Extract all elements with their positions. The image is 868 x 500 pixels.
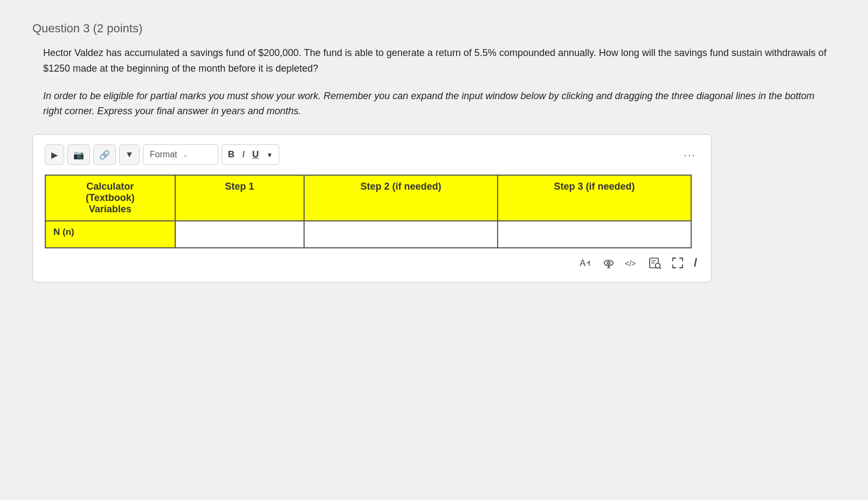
- camera-icon: 📷: [73, 150, 84, 160]
- col-header-step3: Step 3 (if needed): [498, 175, 691, 221]
- link-icon: 🔗: [99, 150, 110, 160]
- search-replace-icon[interactable]: [649, 256, 662, 269]
- link-button[interactable]: 🔗: [93, 144, 116, 165]
- chevron-down-icon: ▼: [125, 150, 134, 159]
- question-header: Question 3 (2 points): [32, 22, 836, 36]
- play-button[interactable]: ▶: [45, 144, 64, 165]
- format-label: Format: [150, 150, 177, 159]
- eye-icon[interactable]: [602, 257, 615, 269]
- col-header-variables: Calculator(Textbook)Variables: [45, 175, 175, 221]
- format-dropdown[interactable]: Format ⌄: [143, 144, 218, 165]
- editor-container: ▶ 📷 🔗 ▼ Format ⌄ B I U ▼ ···: [32, 134, 712, 282]
- svg-point-6: [655, 263, 660, 268]
- camera-button[interactable]: 📷: [67, 144, 90, 165]
- cell-variable-n[interactable]: N (n): [45, 221, 175, 248]
- toolbar: ▶ 📷 🔗 ▼ Format ⌄ B I U ▼ ···: [45, 144, 699, 165]
- table-row: N (n): [45, 221, 691, 248]
- bottom-toolbar: A </>: [45, 256, 699, 270]
- svg-text:</>: </>: [625, 259, 636, 268]
- cell-step2-n[interactable]: [304, 221, 498, 248]
- question-points: (2 points): [93, 22, 143, 35]
- formatting-dropdown-button[interactable]: ▼: [264, 148, 275, 161]
- formatting-chevron-icon: ▼: [266, 151, 273, 159]
- text-format-icon[interactable]: A: [580, 257, 593, 269]
- dropdown-arrow-button[interactable]: ▼: [119, 144, 140, 165]
- slash-icon[interactable]: /: [694, 256, 697, 270]
- table-wrapper: Calculator(Textbook)Variables Step 1 Ste…: [45, 175, 699, 248]
- underline-button[interactable]: U: [250, 148, 261, 161]
- svg-point-3: [608, 262, 609, 263]
- cell-step3-n[interactable]: [498, 221, 691, 248]
- table-header-row: Calculator(Textbook)Variables Step 1 Ste…: [45, 175, 691, 221]
- answer-table: Calculator(Textbook)Variables Step 1 Ste…: [45, 175, 692, 248]
- question-body: Hector Valdez has accumulated a savings …: [32, 45, 836, 77]
- play-icon: ▶: [51, 150, 58, 160]
- code-icon[interactable]: </>: [625, 257, 639, 269]
- question-number: Question 3: [32, 22, 89, 35]
- svg-line-7: [659, 267, 661, 269]
- cell-step1-n[interactable]: [175, 221, 304, 248]
- svg-text:A: A: [580, 258, 586, 268]
- italic-button[interactable]: I: [239, 148, 247, 161]
- more-options-button[interactable]: ···: [680, 149, 699, 161]
- col-header-step2: Step 2 (if needed): [304, 175, 498, 221]
- format-chevron-icon: ⌄: [183, 151, 188, 158]
- question-instructions: In order to be eligible for partial mark…: [32, 88, 836, 120]
- formatting-group: B I U ▼: [222, 144, 279, 165]
- bold-button[interactable]: B: [225, 148, 237, 161]
- expand-icon[interactable]: [671, 256, 684, 269]
- col-header-step1: Step 1: [175, 175, 304, 221]
